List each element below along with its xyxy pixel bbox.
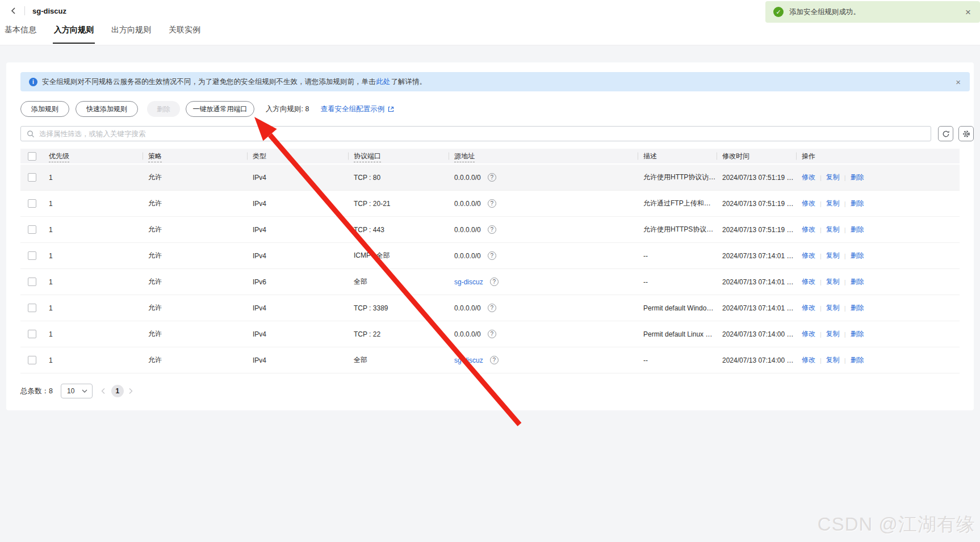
quick-add-rule-button[interactable]: 快速添加规则 bbox=[76, 101, 138, 117]
help-icon[interactable]: ? bbox=[488, 251, 496, 260]
chevron-left-icon bbox=[100, 388, 106, 394]
protocol-port-cell: ICMP : 全部 bbox=[348, 251, 449, 261]
row-checkbox[interactable] bbox=[28, 199, 36, 208]
page-size-select[interactable]: 10 bbox=[61, 384, 93, 398]
refresh-button[interactable] bbox=[938, 126, 953, 141]
banner-link[interactable]: 此处 bbox=[376, 77, 391, 87]
action-delete-link[interactable]: 删除 bbox=[851, 277, 864, 287]
delete-button[interactable]: 删除 bbox=[147, 101, 180, 117]
action-copy-link[interactable]: 复制 bbox=[826, 199, 840, 208]
table-row: 1允许IPv4TCP : 33890.0.0.0/0?Permit defaul… bbox=[20, 295, 960, 321]
source-cell: 0.0.0.0/0? bbox=[449, 330, 638, 338]
row-checkbox[interactable] bbox=[28, 356, 36, 364]
row-checkbox[interactable] bbox=[28, 251, 36, 260]
view-sg-example-link[interactable]: 查看安全组配置示例 bbox=[320, 104, 395, 114]
action-delete-link[interactable]: 删除 bbox=[851, 355, 864, 365]
column-header: 优先级 bbox=[43, 152, 143, 161]
type-cell: IPv4 bbox=[247, 356, 348, 364]
action-copy-link[interactable]: 复制 bbox=[826, 251, 840, 261]
action-divider: | bbox=[844, 200, 846, 207]
settings-button[interactable] bbox=[958, 126, 974, 141]
table-row: 1允许IPv4全部sg-discuz?--2024/07/13 07:14:00… bbox=[20, 347, 960, 373]
next-page-button[interactable] bbox=[128, 388, 133, 394]
column-header-label: 描述 bbox=[643, 152, 657, 160]
action-edit-link[interactable]: 修改 bbox=[802, 329, 815, 339]
select-all-checkbox[interactable] bbox=[28, 152, 36, 161]
action-copy-link[interactable]: 复制 bbox=[826, 355, 840, 365]
tab-outbound-rules[interactable]: 出方向规则 bbox=[110, 22, 152, 44]
action-delete-link[interactable]: 删除 bbox=[851, 173, 864, 182]
action-copy-link[interactable]: 复制 bbox=[826, 277, 840, 287]
strategy-cell: 允许 bbox=[143, 173, 247, 182]
modified-time-cell: 2024/07/13 07:14:01 GMT+... bbox=[717, 304, 796, 312]
protocol-port-cell: 全部 bbox=[348, 277, 449, 287]
priority-cell: 1 bbox=[43, 174, 143, 182]
table-row: 1允许IPv6全部sg-discuz?--2024/07/13 07:14:01… bbox=[20, 269, 960, 295]
help-icon[interactable]: ? bbox=[488, 330, 496, 338]
action-delete-link[interactable]: 删除 bbox=[851, 225, 864, 234]
strategy-cell: 允许 bbox=[143, 277, 247, 287]
tab-inbound-rules[interactable]: 入方向规则 bbox=[53, 22, 95, 44]
search-input[interactable] bbox=[39, 130, 931, 138]
row-checkbox[interactable] bbox=[28, 173, 36, 182]
banner-close-icon[interactable]: × bbox=[956, 78, 961, 86]
actions-cell: 修改|复制|删除 bbox=[796, 199, 960, 208]
tab-basic-info[interactable]: 基本信息 bbox=[3, 22, 37, 44]
action-edit-link[interactable]: 修改 bbox=[802, 303, 815, 313]
priority-cell: 1 bbox=[43, 226, 143, 234]
chevron-down-icon bbox=[82, 389, 87, 393]
inbound-rules-panel: i 安全组规则对不同规格云服务器的生效情况不同，为了避免您的安全组规则不生效，请… bbox=[6, 62, 974, 410]
watermark: CSDN @江湖有缘 bbox=[818, 512, 975, 537]
row-checkbox[interactable] bbox=[28, 278, 36, 286]
action-delete-link[interactable]: 删除 bbox=[851, 329, 864, 339]
action-copy-link[interactable]: 复制 bbox=[826, 329, 840, 339]
toast-close-icon[interactable]: × bbox=[965, 7, 971, 17]
open-common-ports-button[interactable]: 一键放通常用端口 bbox=[186, 101, 254, 117]
add-rule-button[interactable]: 添加规则 bbox=[20, 101, 69, 117]
current-page-button[interactable]: 1 bbox=[111, 385, 124, 397]
help-icon[interactable]: ? bbox=[488, 199, 496, 208]
action-copy-link[interactable]: 复制 bbox=[826, 173, 840, 182]
source-value: 0.0.0.0/0 bbox=[454, 226, 481, 234]
tab-associated-instances[interactable]: 关联实例 bbox=[167, 22, 202, 44]
priority-cell: 1 bbox=[43, 200, 143, 208]
source-value[interactable]: sg-discuz bbox=[454, 278, 483, 286]
page-title: sg-discuz bbox=[32, 7, 66, 15]
action-divider: | bbox=[820, 200, 822, 207]
action-edit-link[interactable]: 修改 bbox=[802, 277, 815, 287]
help-icon[interactable]: ? bbox=[488, 304, 496, 312]
help-icon[interactable]: ? bbox=[488, 225, 496, 234]
action-copy-link[interactable]: 复制 bbox=[826, 225, 840, 234]
strategy-cell: 允许 bbox=[143, 199, 247, 208]
action-delete-link[interactable]: 删除 bbox=[851, 251, 864, 261]
action-divider: | bbox=[844, 226, 846, 233]
source-value: 0.0.0.0/0 bbox=[454, 304, 481, 312]
toast-message: 添加安全组规则成功。 bbox=[789, 7, 860, 17]
action-edit-link[interactable]: 修改 bbox=[802, 225, 815, 234]
help-icon[interactable]: ? bbox=[490, 278, 499, 286]
row-checkbox[interactable] bbox=[28, 225, 36, 234]
column-header-label: 策略 bbox=[148, 152, 162, 162]
action-delete-link[interactable]: 删除 bbox=[851, 199, 864, 208]
action-edit-link[interactable]: 修改 bbox=[802, 173, 815, 182]
description-cell: Permit default Linux SSH p... bbox=[638, 330, 717, 338]
strategy-cell: 允许 bbox=[143, 329, 247, 339]
action-delete-link[interactable]: 删除 bbox=[851, 303, 864, 313]
search-icon bbox=[27, 130, 35, 138]
help-icon[interactable]: ? bbox=[490, 356, 499, 364]
action-edit-link[interactable]: 修改 bbox=[802, 199, 815, 208]
prev-page-button[interactable] bbox=[100, 388, 106, 394]
action-divider: | bbox=[820, 331, 822, 338]
source-cell: 0.0.0.0/0? bbox=[449, 173, 638, 182]
back-button[interactable] bbox=[8, 5, 19, 16]
row-checkbox[interactable] bbox=[28, 330, 36, 338]
type-cell: IPv4 bbox=[247, 304, 348, 312]
checkbox-cell bbox=[20, 356, 43, 364]
action-edit-link[interactable]: 修改 bbox=[802, 251, 815, 261]
help-icon[interactable]: ? bbox=[488, 173, 496, 182]
actions-cell: 修改|复制|删除 bbox=[796, 277, 960, 287]
action-copy-link[interactable]: 复制 bbox=[826, 303, 840, 313]
action-edit-link[interactable]: 修改 bbox=[802, 355, 815, 365]
row-checkbox[interactable] bbox=[28, 304, 36, 312]
source-value[interactable]: sg-discuz bbox=[454, 356, 483, 364]
